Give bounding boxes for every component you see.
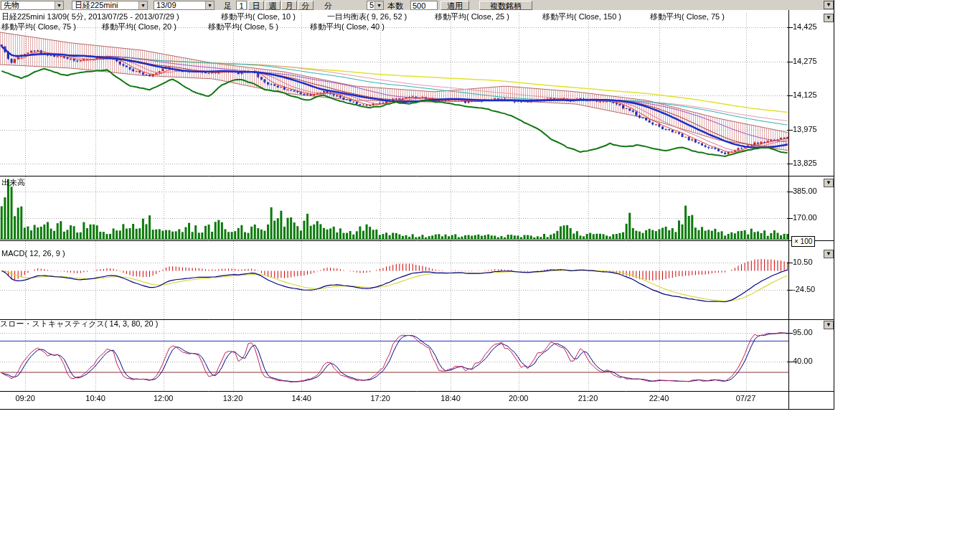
period-week-button[interactable]: 週 [265,1,281,10]
stoch-panel-title: スロー・ストキャスティクス( 14, 3, 80, 20 ) [0,319,158,328]
volume-unit-badge: × 100 [791,236,815,247]
legend-ma75b: 移動平均( Close, 75 ) [1,22,76,32]
volume-tick-label: 385.00 [793,187,817,195]
toolbar-dropdown-arrow-icon[interactable]: ▼ [824,1,834,9]
volume-panel-title: 出来高 [1,178,25,187]
chevron-down-icon: ▼ [55,1,63,9]
time-axis-label: 20:00 [503,394,534,402]
legend-ma75: 移動平均( Close, 75 ) [650,12,725,22]
chart-application-window: 先物 ▼ 日経225mini ▼ 13/09 ▼ 足 1 日 週 月 分 分 5… [0,0,980,551]
time-axis-label: 07/27 [730,394,762,402]
stoch-tick-label: 40.00 [793,357,813,365]
time-axis-label: 09:20 [9,394,41,402]
price-tick-label: 13,825 [793,159,817,167]
time-axis-label: 10:40 [80,394,111,402]
period-minute-button[interactable]: 分 [298,1,314,10]
legend-ma40: 移動平均( Close, 40 ) [310,22,385,32]
time-axis-label: 22:40 [644,394,675,402]
symbol-select[interactable]: 日経225mini ▼ [72,1,148,10]
window-bottom-border [0,409,834,410]
period-month-button[interactable]: 月 [281,1,297,10]
stoch-panel-menu-arrow-icon[interactable]: ▼ [824,321,834,329]
macd-panel-menu-arrow-icon[interactable]: ▼ [824,250,834,258]
chevron-down-icon: ▼ [138,1,147,9]
time-axis-label: 17:20 [364,394,396,402]
bar-unit-input[interactable]: 1 [236,1,247,10]
price-panel-menu-arrow-icon[interactable]: ▼ [824,14,834,22]
time-axis-label: 13:20 [217,394,249,402]
chart-canvas[interactable] [0,10,834,410]
legend-ma10: 移動平均( Close, 10 ) [221,12,296,22]
macd-panel-title: MACD( 12, 26, 9 ) [1,249,65,258]
symbol-value: 日経225mini [75,1,118,9]
price-tick-label: 13,975 [793,125,817,133]
legend-ma20: 移動平均( Close, 20 ) [102,22,176,32]
price-tick-label: 14,425 [793,22,817,31]
macd-tick-label: 10.50 [793,258,813,266]
macd-tick-label: -24.50 [793,285,815,293]
volume-tick-label: 170.00 [793,213,817,222]
legend-symbol: 日経225mini 13/09( 5分, 2013/07/25 - 2013/0… [1,12,179,22]
legend-ma25: 移動平均( Close, 25 ) [435,12,509,22]
legend-ma150: 移動平均( Close, 150 ) [542,12,621,22]
contract-month-value: 13/09 [156,1,176,9]
chevron-down-icon: ▼ [374,1,383,9]
legend-ichimoku: 一目均衡表( 9, 26, 52 ) [327,12,407,22]
chevron-down-icon: ▼ [205,1,214,9]
multi-symbol-button[interactable]: 複数銘柄 [479,1,532,10]
apply-button[interactable]: 適用 [440,1,469,10]
contract-month-select[interactable]: 13/09 ▼ [154,1,215,10]
window-right-border [834,0,834,410]
period-day-button[interactable]: 日 [248,1,264,10]
minute-label: 分 [324,1,332,10]
stoch-tick-label: 95.00 [793,328,813,336]
time-axis-label: 18:40 [435,394,466,402]
instrument-category-select[interactable]: 先物 ▼ [1,1,64,10]
bar-type-label: 足 [224,1,232,10]
price-tick-label: 14,275 [793,57,817,65]
time-axis-label: 21:20 [573,394,604,402]
time-axis-label: 14:40 [286,394,317,402]
price-tick-label: 14,125 [793,90,817,99]
legend-ma5: 移動平均( Close, 5 ) [208,22,278,32]
instrument-category-value: 先物 [4,1,19,9]
bar-count-label: 本数 [387,1,403,10]
volume-panel-menu-arrow-icon[interactable]: ▼ [824,179,834,187]
time-axis-label: 12:00 [148,394,179,402]
minute-interval-value: 5 [369,1,374,9]
minute-interval-select[interactable]: 5 ▼ [367,1,384,10]
bar-count-input[interactable] [410,1,438,10]
